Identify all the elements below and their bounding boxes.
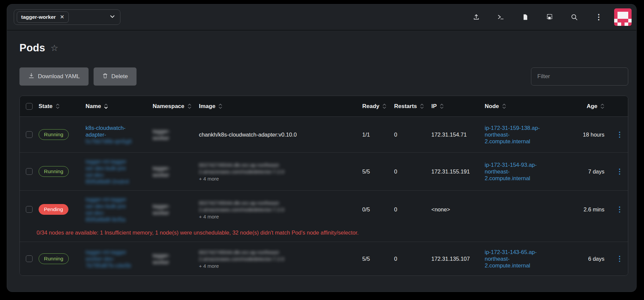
pod-name-link[interactable]: tagger-ml-tagger ser-dev-bulk-pre ssl-de… [86,158,153,185]
sort-icon [56,103,60,109]
blurred-image: 602742745044.dkr.ecr.ap-northeast- 2.ama… [199,200,362,213]
node-link[interactable]: ip-172-31-143-65.ap-northeast-2.compute.… [485,249,565,269]
column-header-namespace[interactable]: Namespace [153,103,199,110]
image-cell: 602742745044.dkr.ecr.ap-northeast- 2.ama… [199,162,362,182]
ip-cell: <none> [431,206,485,213]
table-header-row: State Name Namespace Image Ready [20,96,628,117]
restarts-cell: 0 [394,256,431,262]
row-checkbox[interactable] [26,131,33,138]
ready-cell: 1/1 [362,132,394,138]
image-more-label: + 4 more [199,176,362,182]
age-cell: 7 days [565,168,612,175]
delete-button[interactable]: Delete [94,67,137,86]
toolbar: Download YAML Delete [19,67,628,86]
blurred-text: tagger-ml-tagger ser-dev-bulk-pre ssl-de… [86,196,153,223]
sort-icon [502,103,506,109]
row-menu-icon[interactable]: ⋮ [612,205,628,213]
row-menu-icon[interactable]: ⋮ [612,131,628,139]
ready-cell: 5/5 [362,168,394,175]
table-row: Pending tagger-ml-tagger ser-dev-bulk-pr… [20,191,628,242]
age-cell: 2.6 mins [565,206,612,213]
blurred-namespace: tagger- worker [153,203,199,216]
blurred-text: tagger-ml-tagger worker-dev- 7b795d87b-c… [86,249,153,269]
sort-icon [600,103,604,109]
chevron-down-icon [109,13,115,21]
status-badge: Running [39,129,69,140]
row-menu-icon[interactable]: ⋮ [612,255,628,263]
column-header-restarts[interactable]: Restarts [394,103,431,110]
image-more-label: + 4 more [199,214,362,219]
row-checkbox[interactable] [26,255,33,262]
blurred-namespace: tagger- worker [153,128,199,141]
blurred-text: 5c7bb7d6b-qm5g6 [86,138,153,145]
restarts-cell: 0 [394,168,431,175]
blurred-namespace: tagger- worker [153,252,199,265]
image-cell: 602742745044.dkr.ecr.ap-northeast- 2.ama… [199,249,362,269]
scheduling-error-message: 0/34 nodes are available: 1 Insufficient… [37,229,621,236]
status-badge: Running [39,253,69,264]
column-header-state[interactable]: State [39,103,86,110]
topbar: tagger-worker ✕ [7,4,636,31]
main-content: Pods ☆ Download YAML Delete [7,42,636,276]
chip-close-icon[interactable]: ✕ [60,14,64,20]
sort-icon [187,103,192,109]
capture-icon[interactable] [546,13,554,21]
filter-input[interactable] [531,67,628,86]
app-window: tagger-worker ✕ [7,4,637,292]
namespace-select[interactable]: tagger-worker ✕ [14,9,120,25]
row-menu-icon[interactable]: ⋮ [612,167,628,176]
image-more-label: + 4 more [199,263,362,269]
ready-cell: 0/5 [362,206,394,213]
ip-cell: 172.31.155.191 [431,168,485,175]
sort-icon [420,103,424,109]
upload-icon[interactable] [472,13,480,21]
pod-name-link[interactable]: tagger-ml-tagger ser-dev-bulk-pre ssl-de… [86,196,153,223]
age-cell: 18 hours [565,132,612,138]
sort-icon [382,103,386,109]
column-header-image[interactable]: Image [199,103,362,110]
blurred-image: 602742745044.dkr.ecr.ap-northeast- 2.ama… [199,162,362,175]
ready-cell: 5/5 [362,256,394,262]
blurred-namespace: tagger- worker [153,165,199,178]
ip-cell: 172.31.154.71 [431,132,485,138]
node-link[interactable]: ip-172-31-159-138.ap-northeast-2.compute… [485,124,565,145]
search-icon[interactable] [570,13,578,21]
namespace-chip[interactable]: tagger-worker ✕ [17,11,69,23]
node-link[interactable]: ip-172-31-154-93.ap-northeast-2.compute.… [485,161,565,182]
row-checkbox[interactable] [26,206,33,213]
table-row: Running tagger-ml-tagger ser-dev-bulk-pr… [20,153,628,191]
column-header-age[interactable]: Age [565,103,612,110]
column-header-ip[interactable]: IP [431,103,485,110]
column-header-node[interactable]: Node [485,103,565,110]
namespace-chip-label: tagger-worker [21,14,56,20]
document-icon[interactable] [521,13,529,21]
ip-cell: 172.31.135.107 [431,256,485,262]
blurred-text: tagger-ml-tagger ser-dev-bulk-pre ssl-de… [86,158,153,185]
column-header-name[interactable]: Name [86,103,153,110]
select-all-checkbox[interactable] [26,103,33,110]
pod-name-link[interactable]: k8s-cloudwatch- adapter-5c7bb7d6b-qm5g6 [86,124,153,145]
node-link [485,206,565,213]
terminal-icon[interactable] [497,13,505,21]
download-yaml-button[interactable]: Download YAML [19,67,89,86]
page-title: Pods [19,42,45,54]
status-badge: Pending [39,204,68,215]
app-logo[interactable] [614,8,632,26]
topbar-actions: ⋮ [472,13,603,21]
sort-icon [440,103,444,109]
restarts-cell: 0 [394,132,431,138]
age-cell: 6 days [565,256,612,262]
sort-icon-active-desc [104,103,108,109]
download-icon [28,72,35,81]
column-header-ready[interactable]: Ready [362,103,394,110]
trash-icon [102,73,108,81]
restarts-cell: 0 [394,206,431,213]
blurred-image: 602742745044.dkr.ecr.ap-northeast- 2.ama… [199,249,362,262]
sort-icon [218,103,222,109]
row-checkbox[interactable] [26,168,33,175]
favorite-star-icon[interactable]: ☆ [51,44,58,52]
table-row: Running tagger-ml-tagger worker-dev- 7b7… [20,242,628,276]
more-menu-icon[interactable]: ⋮ [595,13,603,21]
pod-name-link[interactable]: tagger-ml-tagger worker-dev- 7b795d87b-c… [86,249,153,269]
image-cell: chankh/k8s-cloudwatch-adapter:v0.10.0 [199,132,362,138]
